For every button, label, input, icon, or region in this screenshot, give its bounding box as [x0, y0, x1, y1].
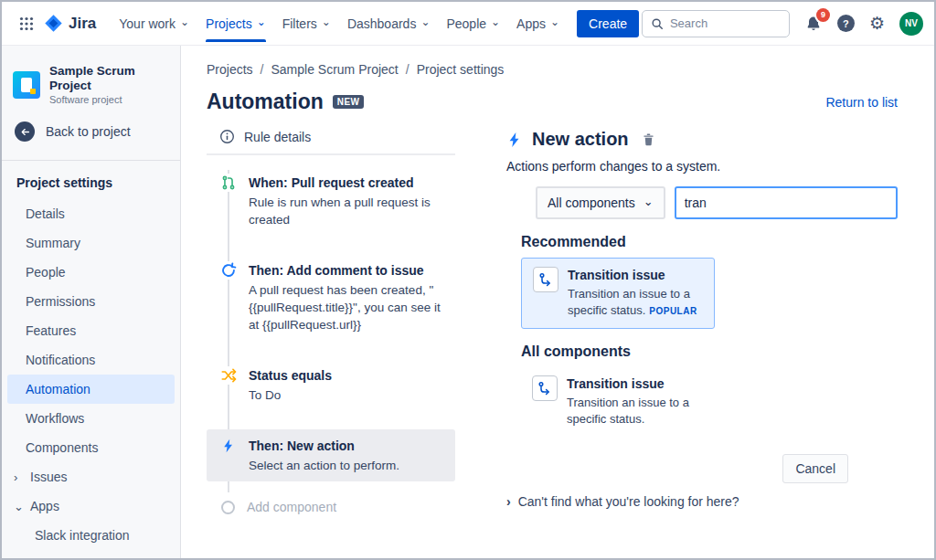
- breadcrumb-project-name[interactable]: Sample Scrum Project: [271, 62, 398, 77]
- sidebar-item-label: Automation: [26, 382, 90, 396]
- rule-component-trigger[interactable]: When: Pull request created Rule is run w…: [207, 166, 455, 236]
- all-components-heading: All components: [521, 343, 898, 360]
- transition-issue-option-recommended[interactable]: Transition issue Transition an issue to …: [521, 258, 715, 329]
- add-component-button[interactable]: Add component: [207, 500, 455, 514]
- notifications-button[interactable]: 9: [804, 15, 823, 33]
- sidebar-group-issues[interactable]: › Issues: [2, 462, 180, 491]
- breadcrumb-project-settings[interactable]: Project settings: [417, 62, 505, 77]
- transition-issue-option[interactable]: Transition issue Transition an issue to …: [521, 367, 715, 436]
- add-component-label: Add component: [247, 500, 336, 514]
- nav-label: Apps: [516, 16, 546, 31]
- chevron-down-icon: ⌄: [491, 16, 500, 27]
- chevron-down-icon: ⌄: [322, 16, 331, 27]
- sidebar-item-details[interactable]: Details: [7, 199, 175, 228]
- option-description: Transition an issue to a specific status…: [567, 395, 704, 428]
- nav-projects[interactable]: Projects⌄: [197, 11, 274, 37]
- rule-details-toggle[interactable]: Rule details: [207, 129, 455, 144]
- rule-component-new-action[interactable]: Then: New action Select an action to per…: [207, 429, 455, 481]
- component-text: Then: Add comment to issue A pull reques…: [249, 261, 442, 333]
- transition-icon: [533, 267, 558, 292]
- component-text: When: Pull request created Rule is run w…: [249, 174, 442, 228]
- settings-button[interactable]: ⚙: [869, 15, 885, 32]
- sidebar-item-features[interactable]: Features: [7, 316, 175, 345]
- app-shell: Sample Scrum Project Software project Ba…: [2, 46, 934, 558]
- cancel-button[interactable]: Cancel: [782, 454, 848, 483]
- rule-chain-column: Rule details When: Pull request created …: [207, 129, 455, 514]
- gear-icon: ⚙: [869, 15, 885, 32]
- lightning-bolt-icon: [506, 132, 523, 148]
- chevron-down-icon: ⌄: [14, 501, 23, 512]
- sidebar-item-workflows[interactable]: Workflows: [7, 404, 175, 433]
- nav-filters[interactable]: Filters⌄: [274, 11, 339, 37]
- sidebar-item-notifications[interactable]: Notifications: [7, 345, 175, 375]
- search-icon: [651, 17, 664, 30]
- nav-label: Dashboards: [347, 16, 417, 31]
- breadcrumb-separator: /: [406, 62, 410, 77]
- add-component-circle-icon: [221, 501, 235, 514]
- project-header: Sample Scrum Project Software project: [2, 64, 180, 105]
- component-description: To Do: [249, 386, 332, 404]
- breadcrumb-projects[interactable]: Projects: [207, 62, 253, 77]
- transition-icon: [532, 375, 558, 401]
- sidebar-item-people[interactable]: People: [7, 258, 175, 287]
- create-button[interactable]: Create: [577, 10, 639, 37]
- sidebar-item-opsgenie[interactable]: Opsgenie: [2, 550, 180, 558]
- user-avatar[interactable]: NV: [899, 12, 923, 36]
- lightning-bolt-icon: [219, 437, 238, 455]
- sidebar-item-slack-integration[interactable]: Slack integration: [2, 521, 180, 550]
- rule-component-add-comment[interactable]: Then: Add comment to issue A pull reques…: [207, 254, 455, 341]
- option-description: Transition an issue to a specific status…: [568, 286, 703, 320]
- back-to-project-link[interactable]: Back to project: [2, 114, 180, 149]
- component-filter-dropdown[interactable]: All components ⌄: [536, 186, 665, 219]
- sidebar-item-label: Slack integration: [35, 528, 130, 543]
- sidebar-section-title: Project settings: [2, 161, 180, 199]
- sidebar-item-label: Features: [26, 323, 76, 338]
- sidebar-item-summary[interactable]: Summary: [7, 228, 175, 258]
- sidebar-item-permissions[interactable]: Permissions: [7, 287, 175, 316]
- nav-your-work[interactable]: Your work⌄: [111, 11, 197, 37]
- automation-builder: Rule details When: Pull request created …: [207, 129, 898, 514]
- app-switcher-button[interactable]: [13, 10, 40, 37]
- project-avatar-icon: [13, 71, 40, 99]
- dropdown-value: All components: [548, 195, 635, 210]
- sidebar-item-label: Workflows: [26, 411, 84, 426]
- nav-label: Projects: [206, 16, 252, 31]
- chevron-down-icon: ⌄: [257, 16, 266, 27]
- project-type: Software project: [49, 94, 169, 105]
- component-description: Rule is run when a pull request is creat…: [249, 194, 442, 228]
- component-text: Then: New action Select an action to per…: [249, 437, 399, 474]
- new-badge: NEW: [333, 95, 365, 109]
- return-to-list-link[interactable]: Return to list: [825, 95, 898, 110]
- rule-component-condition[interactable]: Status equals To Do: [207, 359, 455, 411]
- nav-label: Filters: [282, 16, 317, 31]
- rule-component-chain: When: Pull request created Rule is run w…: [207, 155, 455, 514]
- chevron-down-icon: ⌄: [420, 16, 430, 27]
- back-label: Back to project: [46, 124, 131, 139]
- nav-label: Your work: [119, 16, 176, 31]
- question-icon: ?: [837, 15, 855, 32]
- component-title: When: Pull request created: [249, 174, 442, 192]
- project-settings-sidebar: Sample Scrum Project Software project Ba…: [2, 46, 181, 558]
- jira-logo[interactable]: Jira: [44, 14, 96, 33]
- sidebar-item-components[interactable]: Components: [7, 433, 175, 462]
- rule-details-label: Rule details: [244, 130, 311, 144]
- component-title: Status equals: [249, 366, 332, 385]
- nav-dashboards[interactable]: Dashboards⌄: [339, 11, 439, 37]
- sidebar-item-label: Opsgenie: [35, 557, 90, 558]
- search-input[interactable]: [670, 16, 781, 30]
- panel-title: New action: [532, 129, 629, 150]
- nav-people[interactable]: People⌄: [438, 11, 508, 37]
- help-button[interactable]: ?: [837, 15, 855, 32]
- pull-request-icon: [219, 174, 238, 192]
- panel-footer: Cancel: [506, 454, 898, 483]
- nav-apps[interactable]: Apps⌄: [508, 11, 568, 37]
- chevron-down-icon: ⌄: [644, 195, 654, 207]
- sidebar-item-automation[interactable]: Automation: [7, 375, 175, 404]
- sidebar-group-apps[interactable]: ⌄ Apps: [2, 491, 180, 521]
- trash-icon: [642, 132, 655, 146]
- delete-action-button[interactable]: [640, 131, 657, 148]
- action-search-input[interactable]: [675, 186, 898, 219]
- cant-find-help-link[interactable]: › Can't find what you're looking for her…: [506, 494, 898, 509]
- main-content: Projects / Sample Scrum Project / Projec…: [181, 46, 934, 558]
- global-search[interactable]: [642, 10, 790, 37]
